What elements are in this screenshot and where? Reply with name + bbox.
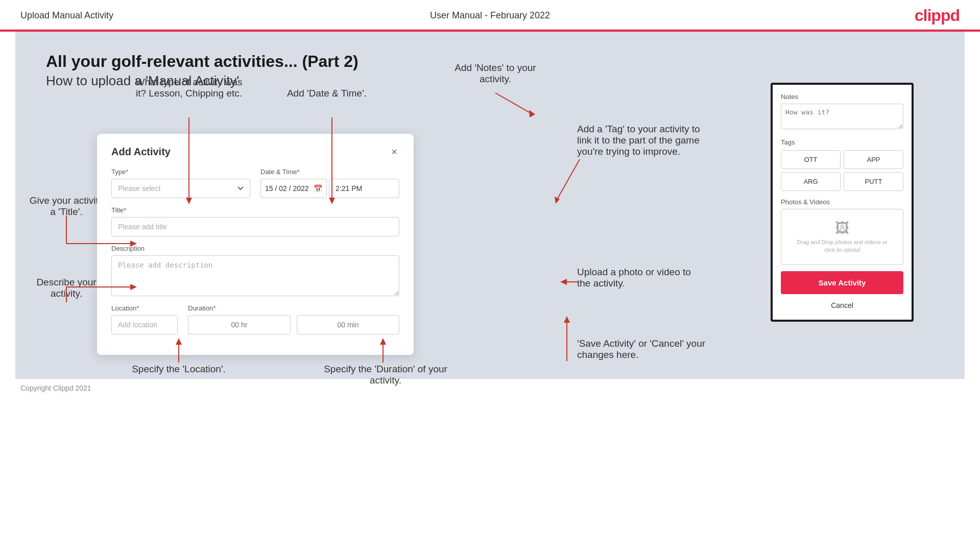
form-row-location-duration: Location* Duration* bbox=[111, 304, 399, 334]
date-value: 15 / 02 / 2022 bbox=[265, 184, 309, 193]
add-activity-dialog: Add Activity × Type* Please select Date … bbox=[97, 134, 414, 355]
calendar-icon[interactable]: 📅 bbox=[314, 184, 322, 193]
datetime-label: Date & Time* bbox=[260, 168, 399, 176]
form-group-title: Title* bbox=[111, 206, 399, 236]
date-time-group: 15 / 02 / 2022 📅 2:21 PM bbox=[260, 179, 399, 198]
annotation-duration: Specify the 'Duration' of your activity. bbox=[322, 364, 449, 386]
top-bar: Upload Manual Activity User Manual - Feb… bbox=[0, 0, 980, 30]
svg-marker-19 bbox=[560, 279, 567, 285]
type-label: Type* bbox=[111, 168, 250, 176]
photos-label: Photos & Videos bbox=[781, 198, 903, 206]
cancel-button[interactable]: Cancel bbox=[781, 299, 903, 312]
form-row-type-date: Type* Please select Date & Time* 15 / 02… bbox=[111, 168, 399, 198]
description-label: Description bbox=[111, 245, 399, 252]
svg-marker-17 bbox=[555, 197, 560, 204]
duration-label: Duration* bbox=[188, 304, 399, 312]
image-icon: 🖼 bbox=[835, 220, 849, 236]
date-input[interactable]: 15 / 02 / 2022 📅 bbox=[260, 179, 327, 198]
form-group-location: Location* bbox=[111, 304, 178, 334]
mobile-screen: Notes Tags OTT APP ARG PUTT Photos & Vid… bbox=[771, 83, 914, 322]
notes-textarea[interactable] bbox=[781, 104, 903, 129]
annotation-what-type: What type of activity was it? Lesson, Ch… bbox=[133, 77, 245, 99]
location-label: Location* bbox=[111, 304, 178, 312]
svg-marker-15 bbox=[529, 110, 535, 117]
svg-line-14 bbox=[495, 93, 531, 113]
mobile-panel: Notes Tags OTT APP ARG PUTT Photos & Vid… bbox=[771, 83, 924, 322]
duration-inputs bbox=[188, 315, 399, 334]
svg-marker-21 bbox=[564, 316, 570, 323]
form-group-description: Description bbox=[111, 245, 399, 296]
tag-arg[interactable]: ARG bbox=[781, 172, 841, 191]
annotation-upload: Upload a photo or video to the activity. bbox=[577, 267, 705, 289]
annotation-tag: Add a 'Tag' to your activity to link it … bbox=[577, 124, 710, 157]
notes-section-label: Notes bbox=[781, 93, 903, 101]
dialog-title: Add Activity bbox=[111, 146, 171, 158]
form-group-datetime: Date & Time* 15 / 02 / 2022 📅 2:21 PM bbox=[260, 168, 399, 198]
annotation-date-time: Add 'Date & Time'. bbox=[281, 88, 373, 99]
form-group-type: Type* Please select bbox=[111, 168, 250, 198]
tag-ott[interactable]: OTT bbox=[781, 150, 841, 169]
close-button[interactable]: × bbox=[389, 146, 399, 158]
duration-hr-input[interactable] bbox=[188, 315, 291, 334]
annotation-give-title: Give your activity a 'Title'. bbox=[26, 195, 107, 218]
svg-line-16 bbox=[557, 159, 580, 200]
annotation-notes: Add 'Notes' to your activity. bbox=[439, 62, 552, 85]
type-select[interactable]: Please select bbox=[111, 179, 250, 198]
annotation-describe: Describe your activity. bbox=[26, 277, 107, 299]
copyright-text: Copyright Clippd 2021 bbox=[20, 384, 91, 392]
title-label: Title* bbox=[111, 206, 399, 214]
manual-label: User Manual - February 2022 bbox=[430, 10, 550, 21]
location-input[interactable] bbox=[111, 315, 178, 334]
save-activity-button[interactable]: Save Activity bbox=[781, 271, 903, 294]
main-content-area: All your golf-relevant activities... (Pa… bbox=[15, 32, 965, 379]
footer: Copyright Clippd 2021 bbox=[0, 379, 980, 397]
tag-putt[interactable]: PUTT bbox=[844, 172, 903, 191]
dialog-header: Add Activity × bbox=[111, 146, 399, 158]
duration-min-input[interactable] bbox=[297, 315, 399, 334]
drop-text: Drag and Drop photos and videos or click… bbox=[792, 238, 893, 254]
time-input[interactable]: 2:21 PM bbox=[329, 179, 399, 198]
form-group-duration: Duration* bbox=[188, 304, 399, 334]
tag-app[interactable]: APP bbox=[844, 150, 903, 169]
tags-section-label: Tags bbox=[781, 138, 903, 146]
title-input[interactable] bbox=[111, 217, 399, 236]
page-label: Upload Manual Activity bbox=[20, 10, 113, 21]
annotation-save: 'Save Activity' or 'Cancel' your changes… bbox=[577, 338, 720, 361]
logo: clippd bbox=[915, 6, 960, 25]
photo-drop-zone[interactable]: 🖼 Drag and Drop photos and videos or cli… bbox=[781, 209, 903, 265]
annotation-location: Specify the 'Location'. bbox=[128, 364, 230, 375]
description-textarea[interactable] bbox=[111, 255, 399, 296]
tags-grid: OTT APP ARG PUTT bbox=[781, 150, 903, 191]
